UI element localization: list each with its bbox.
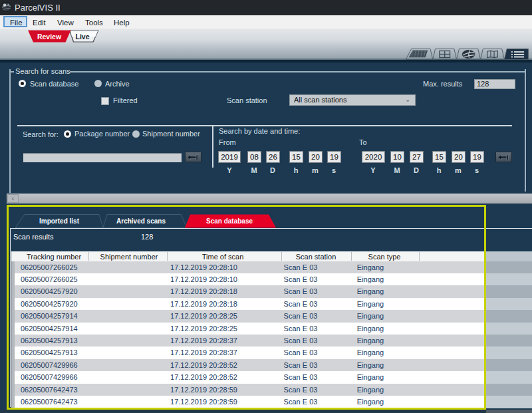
svg-text:Review: Review [37,33,62,41]
svg-text:Live: Live [75,33,89,41]
